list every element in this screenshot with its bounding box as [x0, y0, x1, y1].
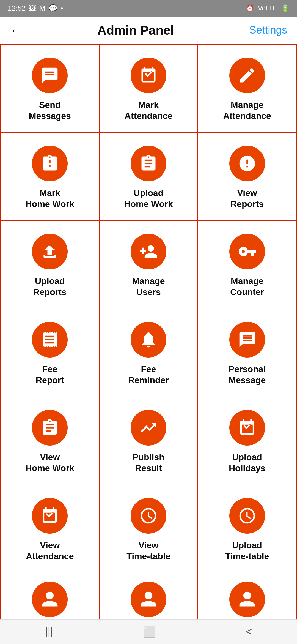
calendar-check2-icon	[238, 418, 257, 437]
receipt-icon	[40, 330, 59, 349]
bottom-nav: ||| ⬜ <	[0, 619, 297, 644]
extra3-icon-circle	[229, 582, 265, 617]
grid-item-send-messages[interactable]: SendMessages	[1, 45, 99, 133]
grid-item-personal-message[interactable]: PersonalMessage	[198, 309, 296, 397]
status-bar: 12:52 🖼 M 💬 • ⏰ VoLTE 🔋	[0, 0, 297, 17]
calendar-check3-icon	[40, 506, 59, 525]
grid-item-manage-counter[interactable]: ManageCounter	[198, 221, 296, 309]
extra2-icon-circle	[131, 582, 166, 617]
mail-icon: M	[39, 4, 45, 13]
clipboard-list-icon	[139, 154, 158, 173]
status-right: ⏰ VoLTE 🔋	[246, 4, 289, 12]
dot-icon: •	[61, 4, 63, 13]
fee-reminder-label: FeeReminder	[128, 364, 169, 386]
mark-homework-label: MarkHome Work	[26, 187, 74, 209]
nav-back-button[interactable]: <	[246, 626, 252, 638]
signal-text: VoLTE	[258, 4, 277, 12]
admin-grid-container: SendMessages MarkAttendance ManageAttend…	[0, 44, 297, 633]
mark-attendance-label: MarkAttendance	[125, 99, 172, 121]
settings-link[interactable]: Settings	[249, 24, 287, 36]
exclaim-circle-icon	[238, 154, 257, 173]
clock-icon	[139, 506, 158, 525]
chat-lines-icon	[238, 330, 257, 349]
grid-item-upload-reports[interactable]: UploadReports	[1, 221, 99, 309]
person3-icon	[238, 590, 257, 609]
view-reports-label: ViewReports	[230, 187, 264, 209]
battery-icon: 🔋	[281, 4, 289, 12]
view-timetable-label: ViewTime-table	[127, 540, 170, 562]
nav-home-button[interactable]: ⬜	[143, 626, 156, 638]
clock2-icon	[238, 506, 257, 525]
upload-holidays-label: UploadHolidays	[229, 452, 265, 474]
chat-icon	[40, 66, 59, 85]
grid-item-upload-homework[interactable]: UploadHome Work	[99, 133, 198, 221]
mark-homework-icon-circle	[32, 146, 68, 181]
fee-reminder-icon-circle	[131, 322, 166, 358]
grid-item-view-timetable[interactable]: ViewTime-table	[99, 485, 198, 573]
admin-grid: SendMessages MarkAttendance ManageAttend…	[1, 45, 296, 632]
grid-item-mark-attendance[interactable]: MarkAttendance	[99, 45, 198, 133]
pencil-icon	[238, 66, 257, 85]
grid-item-upload-holidays[interactable]: UploadHolidays	[198, 397, 296, 485]
photo-icon: 🖼	[29, 4, 36, 13]
upload-homework-label: UploadHome Work	[124, 187, 173, 209]
grid-item-fee-reminder[interactable]: FeeReminder	[99, 309, 198, 397]
grid-item-view-attendance[interactable]: ViewAttendance	[1, 485, 99, 573]
upload-homework-icon-circle	[131, 146, 166, 181]
chat-icon: 💬	[49, 4, 57, 13]
grid-item-manage-users[interactable]: ManageUsers	[99, 221, 198, 309]
upload-arrow-icon	[40, 242, 59, 261]
bell-icon	[139, 330, 158, 349]
grid-item-view-homework[interactable]: ViewHome Work	[1, 397, 99, 485]
personal-message-icon-circle	[229, 322, 265, 358]
view-reports-icon-circle	[229, 146, 265, 181]
mark-attendance-icon-circle	[131, 58, 166, 93]
extra1-icon-circle	[32, 582, 68, 617]
personal-message-label: PersonalMessage	[229, 364, 266, 386]
grid-item-mark-homework[interactable]: MarkHome Work	[1, 133, 99, 221]
alarm-icon: ⏰	[246, 4, 254, 12]
view-attendance-label: ViewAttendance	[26, 540, 74, 562]
publish-result-label: PublishResult	[133, 452, 164, 474]
clipboard-exclaim-icon	[40, 154, 59, 173]
add-person-icon	[139, 242, 158, 261]
send-messages-icon-circle	[32, 58, 68, 93]
manage-counter-icon-circle	[229, 234, 265, 269]
grid-item-view-reports[interactable]: ViewReports	[198, 133, 296, 221]
time-display: 12:52	[8, 4, 26, 13]
person-icon	[40, 590, 59, 609]
manage-attendance-label: ManageAttendance	[223, 99, 271, 121]
upload-reports-label: UploadReports	[33, 275, 67, 298]
status-left: 12:52 🖼 M 💬 •	[8, 4, 63, 13]
send-messages-label: SendMessages	[29, 99, 71, 121]
fee-report-label: FeeReport	[36, 364, 64, 386]
publish-result-icon-circle	[131, 410, 166, 446]
fee-report-icon-circle	[32, 322, 68, 358]
manage-attendance-icon-circle	[229, 58, 265, 93]
grid-item-manage-attendance[interactable]: ManageAttendance	[198, 45, 296, 133]
page-title: Admin Panel	[97, 23, 174, 38]
calendar-check-icon	[139, 66, 158, 85]
trending-up-icon	[139, 418, 158, 437]
nav-menu-button[interactable]: |||	[45, 626, 53, 638]
back-button[interactable]: ←	[10, 23, 22, 37]
grid-item-fee-report[interactable]: FeeReport	[1, 309, 99, 397]
view-homework-icon-circle	[32, 410, 68, 446]
upload-timetable-icon-circle	[229, 498, 265, 534]
upload-timetable-label: UploadTime-table	[225, 540, 269, 562]
manage-counter-label: ManageCounter	[230, 275, 264, 298]
manage-users-label: ManageUsers	[132, 275, 165, 298]
grid-item-publish-result[interactable]: PublishResult	[99, 397, 198, 485]
view-timetable-icon-circle	[131, 498, 166, 534]
person2-icon	[139, 590, 158, 609]
top-bar: ← Admin Panel Settings	[0, 17, 297, 44]
upload-holidays-icon-circle	[229, 410, 265, 446]
grid-item-upload-timetable[interactable]: UploadTime-table	[198, 485, 296, 573]
view-attendance-icon-circle	[32, 498, 68, 534]
clipboard-lines-icon	[40, 418, 59, 437]
key-icon	[238, 242, 257, 261]
upload-reports-icon-circle	[32, 234, 68, 269]
view-homework-label: ViewHome Work	[26, 452, 74, 474]
manage-users-icon-circle	[131, 234, 166, 269]
